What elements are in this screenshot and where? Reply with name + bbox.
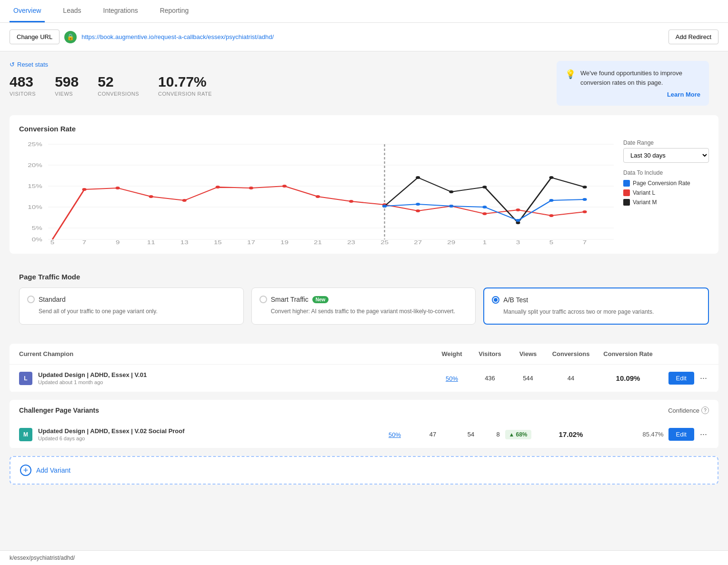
champion-weight: 50% [433,375,471,382]
svg-text:21: 21 [314,240,322,244]
views-label: VIEWS [55,91,79,97]
chart-area: 25% 20% 15% 10% 5% 0% 5 7 9 11 13 15 17 … [19,139,614,244]
stat-views: 598 VIEWS [55,74,79,97]
change-url-button[interactable]: Change URL [10,30,60,44]
traffic-options: Standard Send all of your traffic to one… [19,287,709,325]
traffic-smart-label: Smart Traffic [271,296,309,303]
svg-point-56 [449,205,453,208]
col-name-header: Current Champion [19,350,433,357]
challenger-views: 54 [452,431,490,438]
stats-left: ↺ Reset stats 483 VISITORS 598 VIEWS 52 … [10,61,212,97]
champion-conversions: 44 [547,375,595,382]
svg-text:5: 5 [549,240,553,244]
champion-weight-link[interactable]: 50% [446,375,458,382]
svg-point-46 [583,210,587,213]
svg-text:25: 25 [380,240,389,244]
legend-variant-l: Variant L [623,189,709,196]
svg-point-59 [549,199,553,202]
challenger-icon: M [19,428,32,441]
legend-variant-m: Variant M [623,199,709,206]
chart-title: Conversion Rate [19,125,709,133]
challenger-actions: 85.47% Edit ··· [604,428,709,441]
svg-point-33 [149,195,153,198]
svg-point-34 [182,199,187,202]
legend-page-rate-label: Page Conversion Rate [633,180,690,187]
col-rate-header: Conversion Rate [595,350,661,357]
radio-ab[interactable] [492,296,499,304]
challenger-edit-button[interactable]: Edit [668,428,694,441]
challenger-conversions: 8 ▲ 68% [490,430,538,439]
col-weight-header: Weight [433,350,471,357]
col-visitors-header: Visitors [471,350,509,357]
table-header: Current Champion Weight Visitors Views C… [10,344,718,365]
col-views-header: Views [509,350,547,357]
conversions-value: 52 [98,74,139,90]
tab-reporting[interactable]: Reporting [156,0,193,22]
svg-text:11: 11 [147,240,155,244]
traffic-card-standard[interactable]: Standard Send all of your traffic to one… [19,287,244,325]
traffic-card-ab[interactable]: A/B Test Manually split your traffic acr… [483,287,709,325]
svg-text:5: 5 [50,240,54,244]
champion-views: 544 [509,375,547,382]
traffic-ab-desc: Manually split your traffic across two o… [492,307,700,316]
challenger-more-button[interactable]: ··· [698,429,709,439]
add-redirect-button[interactable]: Add Redirect [668,30,718,44]
svg-text:7: 7 [583,240,587,244]
challenger-weight-link[interactable]: 50% [389,431,401,438]
champion-more-button[interactable]: ··· [698,373,709,383]
svg-text:15%: 15% [28,184,42,189]
challenger-rate: 17.02% [538,430,604,438]
svg-point-54 [382,205,387,208]
tab-overview[interactable]: Overview [10,0,45,22]
challenger-weight: 50% [376,431,414,438]
svg-point-44 [516,208,520,211]
challenger-name: Updated Design | ADHD, Essex | V.02 Soci… [38,427,376,435]
champion-actions: Edit ··· [661,372,709,385]
svg-text:25%: 25% [28,142,42,148]
traffic-card-smart[interactable]: Smart Traffic New Convert higher: AI sen… [251,287,476,325]
svg-point-38 [316,195,320,198]
svg-text:29: 29 [447,240,455,244]
svg-point-35 [216,186,220,188]
traffic-mode-title: Page Traffic Mode [19,273,709,281]
add-variant-row[interactable]: + Add Variant [10,456,718,485]
svg-point-58 [516,219,520,222]
traffic-card-smart-header: Smart Traffic New [259,296,468,303]
svg-text:13: 13 [180,240,189,244]
svg-text:9: 9 [116,240,120,244]
challenger-name-col: Updated Design | ADHD, Essex | V.02 Soci… [38,427,376,441]
chart-container: 25% 20% 15% 10% 5% 0% 5 7 9 11 13 15 17 … [19,139,709,244]
tab-leads[interactable]: Leads [59,0,85,22]
radio-standard[interactable] [27,296,35,303]
svg-text:19: 19 [280,240,289,244]
confidence-help-icon[interactable]: ? [701,406,709,414]
traffic-card-standard-header: Standard [27,296,236,303]
stat-visitors: 483 VISITORS [10,74,36,97]
chart-svg: 25% 20% 15% 10% 5% 0% 5 7 9 11 13 15 17 … [19,139,614,244]
svg-point-60 [583,198,587,201]
date-range-select[interactable]: Last 30 days [623,148,709,163]
champion-rate: 10.09% [595,374,661,382]
learn-more-link[interactable]: Learn More [565,91,700,98]
svg-point-39 [349,200,353,203]
champion-edit-button[interactable]: Edit [668,372,694,385]
traffic-smart-desc: Convert higher: AI sends traffic to the … [259,307,468,316]
confidence-label: Confidence ? [668,406,709,414]
stats-numbers: 483 VISITORS 598 VIEWS 52 CONVERSIONS 10… [10,74,212,97]
traffic-standard-desc: Send all of your traffic to one page var… [27,307,236,316]
tab-integrations[interactable]: Integrations [100,0,142,22]
svg-text:17: 17 [247,240,255,244]
traffic-standard-label: Standard [39,296,66,303]
champion-updated: Updated about 1 month ago [38,379,433,385]
svg-text:1: 1 [483,240,487,244]
radio-smart[interactable] [259,296,267,303]
reset-icon: ↺ [10,61,15,68]
opportunity-box: 💡 We've found opportunities to improve c… [557,61,709,106]
champion-icon: L [19,372,32,385]
reset-stats-button[interactable]: ↺ Reset stats [10,61,212,68]
stats-section: ↺ Reset stats 483 VISITORS 598 VIEWS 52 … [10,61,718,106]
svg-point-48 [416,176,420,179]
challenger-title: Challenger Page Variants [19,406,99,414]
svg-point-32 [116,187,120,189]
challenger-header: Challenger Page Variants Confidence ? [10,400,718,421]
